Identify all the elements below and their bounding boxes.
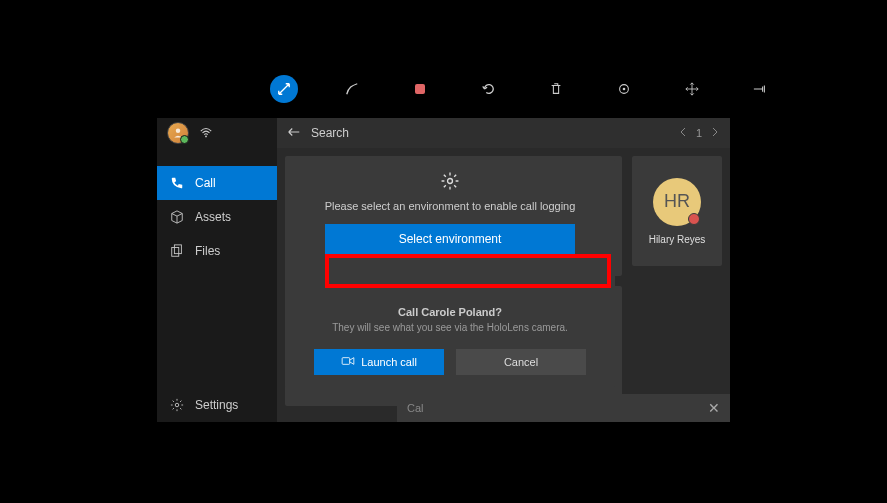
nav: Call Assets Files Settings (157, 166, 277, 422)
svg-point-2 (623, 88, 626, 91)
env-prompt: Please select an environment to enable c… (325, 200, 576, 212)
launch-call-button[interactable]: Launch call (314, 349, 444, 375)
svg-point-3 (176, 129, 181, 134)
sidebar: Call Assets Files Settings (157, 118, 277, 422)
video-icon (341, 356, 355, 368)
svg-point-4 (205, 135, 207, 137)
svg-point-8 (448, 179, 453, 184)
svg-rect-5 (172, 248, 179, 257)
trash-icon[interactable] (542, 75, 570, 103)
pager-num: 1 (696, 127, 702, 139)
pager: 1 (678, 127, 720, 139)
nav-call[interactable]: Call (157, 166, 277, 200)
contact-initials: HR (664, 191, 690, 212)
main-area: Search 1 HR Hilary Reyes Please select a… (277, 118, 730, 422)
close-icon[interactable]: ✕ (708, 400, 720, 416)
call-subtext: They will see what you see via the HoloL… (332, 322, 568, 333)
svg-point-7 (175, 403, 179, 407)
gear-icon (441, 172, 459, 194)
app-window: Call Assets Files Settings Search 1 (157, 118, 730, 422)
pager-prev-icon[interactable] (678, 127, 688, 139)
pin-icon[interactable] (746, 75, 774, 103)
env-modal: Please select an environment to enable c… (285, 160, 615, 387)
phone-icon (169, 176, 185, 190)
floating-toolbar (270, 75, 774, 103)
bottom-bar: Cal ✕ (397, 394, 730, 422)
wifi-icon (199, 125, 213, 142)
svg-rect-6 (174, 245, 181, 254)
chat-icon[interactable] (610, 75, 638, 103)
nav-settings-label: Settings (195, 398, 238, 412)
call-title: Call Carole Poland? (398, 306, 502, 318)
bottom-text: Cal (407, 402, 424, 414)
select-environment-button[interactable]: Select environment (325, 224, 575, 254)
gear-icon (169, 398, 185, 412)
nav-files[interactable]: Files (157, 234, 277, 268)
undo-icon[interactable] (474, 75, 502, 103)
svg-rect-0 (415, 84, 425, 94)
nav-assets-label: Assets (195, 210, 231, 224)
svg-rect-9 (342, 358, 350, 365)
annotate-icon[interactable] (338, 75, 366, 103)
nav-files-label: Files (195, 244, 220, 258)
nav-settings[interactable]: Settings (157, 388, 277, 422)
search-label[interactable]: Search (311, 126, 349, 140)
modal-action-row: Launch call Cancel (314, 349, 586, 375)
call-prompt-section: Call Carole Poland? They will see what y… (297, 306, 603, 375)
expand-icon[interactable] (270, 75, 298, 103)
nav-call-label: Call (195, 176, 216, 190)
record-icon[interactable] (406, 75, 434, 103)
highlight-rect (325, 254, 611, 288)
cube-icon (169, 210, 185, 224)
sidebar-header (157, 118, 277, 148)
move-icon[interactable] (678, 75, 706, 103)
topbar: Search 1 (277, 118, 730, 148)
user-avatar[interactable] (167, 122, 189, 144)
back-icon[interactable] (287, 125, 301, 142)
launch-label: Launch call (361, 356, 417, 368)
contact-name: Hilary Reyes (649, 234, 706, 245)
contact-avatar: HR (653, 178, 701, 226)
pager-next-icon[interactable] (710, 127, 720, 139)
nav-assets[interactable]: Assets (157, 200, 277, 234)
cancel-button[interactable]: Cancel (456, 349, 586, 375)
files-icon (169, 244, 185, 258)
contact-card[interactable]: HR Hilary Reyes (632, 156, 722, 266)
